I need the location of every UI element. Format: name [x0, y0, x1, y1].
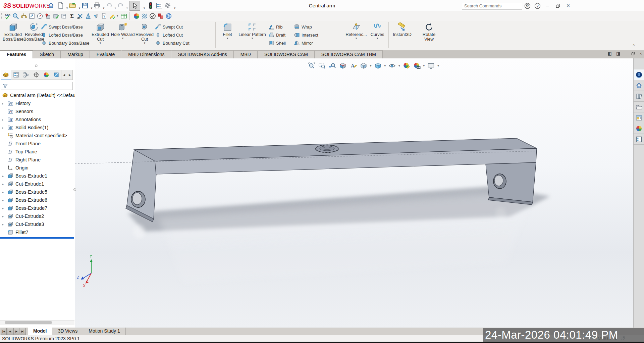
view-orientation-button[interactable]	[360, 62, 368, 70]
save-button[interactable]	[81, 2, 89, 9]
tree-item-solid-bodies[interactable]: ▸ Solid Bodies(1)	[0, 124, 74, 132]
model-tab[interactable]: Model	[28, 328, 52, 335]
3d-model-central-arm[interactable]: Y Z X	[75, 58, 633, 328]
fm-tabs-scroll-left[interactable]: ◀	[61, 70, 67, 80]
linear-pattern-button[interactable]: Linear Pattern ▾	[237, 21, 268, 50]
minimize-button[interactable]: –	[544, 2, 551, 9]
apply-scene-button[interactable]	[413, 62, 421, 70]
tree-item-cut-extrude1[interactable]: ▸ Cut-Extrude1	[0, 180, 74, 188]
curves-button[interactable]: Curves ▾	[368, 21, 387, 50]
panel-splitter-handle[interactable]	[73, 188, 76, 191]
motion-study-tab[interactable]: Motion Study 1	[83, 328, 125, 335]
tree-item-boss-extrude1[interactable]: ▸ Boss-Extrude1	[0, 172, 74, 180]
section-view-button[interactable]	[339, 62, 347, 70]
apply-scene-dropdown[interactable]: ▾	[423, 64, 425, 67]
expand-arrow-icon[interactable]: ▸	[0, 102, 7, 105]
user-profile-button[interactable]	[524, 2, 531, 9]
boundary-boss-base-button[interactable]: Boundary Boss/Base	[41, 39, 89, 47]
performance-evaluation-button[interactable]	[36, 12, 43, 19]
rollback-bar[interactable]	[0, 237, 74, 239]
tab-solidworks-cam-tbm[interactable]: SOLIDWORKS CAM TBM	[315, 50, 383, 58]
tab-solidworks-add-ins[interactable]: SOLIDWORKS Add-Ins	[171, 50, 233, 58]
edit-appearance-button[interactable]	[402, 62, 411, 70]
tree-item-fillet7[interactable]: Fillet7	[0, 228, 74, 236]
display-style-button[interactable]	[374, 62, 382, 70]
trim-button[interactable]	[76, 12, 84, 19]
annotation-visibility-button[interactable]: A	[349, 62, 357, 70]
section-properties-button[interactable]	[28, 12, 35, 19]
expand-arrow-icon[interactable]: ▸	[0, 190, 7, 194]
doc-minimize-icon[interactable]: –	[625, 51, 627, 56]
tree-item-origin[interactable]: Origin	[0, 164, 74, 172]
design-checker-button[interactable]	[109, 12, 116, 19]
fm-tab-configuration-manager[interactable]	[21, 70, 31, 80]
extruded-cut-button[interactable]: Extruded Cut ▾	[90, 21, 111, 50]
intersect-button[interactable]: Intersect	[294, 31, 318, 39]
expand-arrow-icon[interactable]: ▸	[0, 174, 7, 178]
symmetry-check-button[interactable]	[93, 12, 100, 19]
zoom-to-area-button[interactable]	[318, 62, 326, 70]
hide-show-items-dropdown[interactable]: ▾	[398, 64, 400, 67]
compare-documents-button[interactable]: ?	[101, 12, 108, 19]
expand-arrow-icon[interactable]: ▸	[0, 214, 7, 218]
draft-button[interactable]: Draft	[268, 31, 285, 39]
measure-button[interactable]	[20, 12, 27, 19]
design-table-button[interactable]	[120, 12, 127, 19]
boundary-cut-button[interactable]: Boundary Cut	[155, 39, 190, 47]
flyout-caret[interactable]: ▾	[90, 42, 111, 45]
toolbar-grip[interactable]	[1, 13, 3, 19]
home-button[interactable]	[47, 2, 55, 9]
geometry-analysis-button[interactable]	[60, 12, 67, 19]
compare-blocks-button[interactable]	[157, 12, 164, 19]
appearances-tab[interactable]	[634, 123, 644, 134]
flyout-caret[interactable]: ▾	[134, 42, 155, 45]
tree-item-history[interactable]: ▸ History	[0, 99, 74, 107]
check-entity-button[interactable]	[52, 12, 59, 19]
panel-resize-dot[interactable]	[35, 64, 38, 67]
verification-button[interactable]	[149, 12, 156, 19]
doc-restore-icon[interactable]	[631, 52, 635, 55]
sensor-button[interactable]	[44, 12, 51, 19]
view-orientation-dropdown[interactable]: ▾	[370, 64, 372, 67]
reference-geometry-button[interactable]: Referenc... ▾	[345, 21, 367, 50]
view-settings-button[interactable]	[427, 62, 435, 70]
expand-arrow-icon[interactable]: ▸	[0, 223, 7, 226]
expand-arrow-icon[interactable]: ▸	[0, 118, 7, 121]
tree-item-right-plane[interactable]: Right Plane	[0, 156, 74, 164]
print-button[interactable]	[93, 2, 101, 9]
tree-item-material[interactable]: Material <not specified>	[0, 132, 74, 140]
flyout-caret[interactable]: ▾	[237, 37, 268, 40]
restore-button[interactable]	[554, 2, 561, 9]
options-button[interactable]	[164, 2, 171, 9]
ribbon-collapse-chevron[interactable]: ⌃	[632, 44, 636, 49]
previous-view-button[interactable]	[328, 62, 336, 70]
lofted-boss-base-button[interactable]: Lofted Boss/Base	[41, 31, 83, 39]
3d-views-tab[interactable]: 3D Views	[52, 328, 83, 335]
close-button[interactable]: ×	[565, 2, 572, 9]
view-settings-dropdown[interactable]: ▾	[437, 64, 439, 67]
fm-tabs-scroll-right[interactable]: ▶	[67, 70, 73, 80]
equations-button[interactable]: Σ	[68, 12, 75, 19]
tree-horizontal-scrollbar[interactable]	[0, 320, 74, 325]
instant3d-button[interactable]: Instant3D	[390, 21, 414, 50]
wrap-button[interactable]: Wrap	[294, 23, 312, 31]
shell-button[interactable]: Shell	[268, 39, 286, 47]
swept-boss-base-button[interactable]: Swept Boss/Base	[41, 23, 83, 31]
flyout-caret[interactable]: ▾	[111, 37, 135, 40]
options-dropdown[interactable]: ▾	[171, 4, 178, 12]
first-tab-button[interactable]: |◀	[1, 328, 7, 335]
tab-mbd[interactable]: MBD	[234, 50, 258, 58]
file-explorer-tab[interactable]	[634, 102, 644, 112]
extruded-boss-base-button[interactable]: Extruded Boss/Base	[3, 21, 23, 50]
tree-item-annotations[interactable]: ▸ A Annotations	[0, 115, 74, 124]
hide-show-items-button[interactable]	[388, 62, 396, 70]
swept-cut-button[interactable]: Swept Cut	[155, 23, 183, 31]
scrollbar-thumb[interactable]	[5, 321, 52, 324]
edit-appearance-button[interactable]	[133, 12, 140, 19]
expand-arrow-icon[interactable]: ▸	[0, 182, 7, 186]
tab-mbd-dimensions[interactable]: MBD Dimensions	[121, 50, 171, 58]
next-tab-button[interactable]: ▶	[13, 328, 19, 335]
fm-tab-dimxpert-manager[interactable]	[31, 70, 41, 80]
pane-left-icon[interactable]: ◧	[608, 51, 612, 56]
fm-tab-cam-tree[interactable]	[51, 70, 61, 80]
